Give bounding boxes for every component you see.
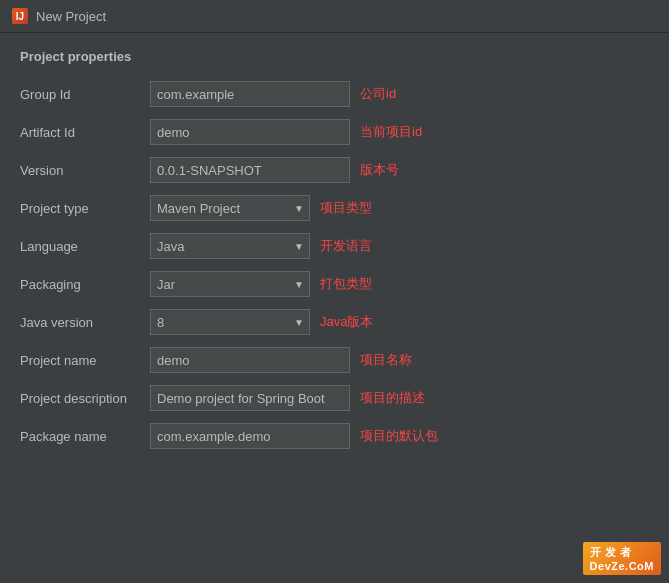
input-project-name[interactable]	[150, 347, 350, 373]
label-project-description: Project description	[20, 391, 150, 406]
label-project-type: Project type	[20, 201, 150, 216]
form-row-version: Version版本号	[20, 156, 649, 184]
select-packaging[interactable]: JarWar	[150, 271, 310, 297]
form-row-project-name: Project name项目名称	[20, 346, 649, 374]
form-row-project-type: Project typeMaven ProjectGradle Project▼…	[20, 194, 649, 222]
annotation-artifact-id: 当前项目id	[360, 123, 422, 141]
select-wrapper-java-version: 81117▼	[150, 309, 310, 335]
window-title: New Project	[36, 9, 106, 24]
label-language: Language	[20, 239, 150, 254]
label-package-name: Package name	[20, 429, 150, 444]
annotation-project-name: 项目名称	[360, 351, 412, 369]
label-version: Version	[20, 163, 150, 178]
form-row-packaging: PackagingJarWar▼打包类型	[20, 270, 649, 298]
annotation-version: 版本号	[360, 161, 399, 179]
select-language[interactable]: JavaKotlinGroovy	[150, 233, 310, 259]
input-version[interactable]	[150, 157, 350, 183]
select-wrapper-project-type: Maven ProjectGradle Project▼	[150, 195, 310, 221]
content-area: Project properties Group Id公司idArtifact …	[0, 33, 669, 476]
form-row-language: LanguageJavaKotlinGroovy▼开发语言	[20, 232, 649, 260]
select-project-type[interactable]: Maven ProjectGradle Project	[150, 195, 310, 221]
watermark-badge: 开 发 者 DevZe.CoM	[583, 542, 661, 575]
form-row-artifact-id: Artifact Id当前项目id	[20, 118, 649, 146]
app-icon: IJ	[12, 8, 28, 24]
annotation-packaging: 打包类型	[320, 275, 372, 293]
form-row-java-version: Java version81117▼Java版本	[20, 308, 649, 336]
input-project-description[interactable]	[150, 385, 350, 411]
annotation-package-name: 项目的默认包	[360, 427, 438, 445]
annotation-language: 开发语言	[320, 237, 372, 255]
label-packaging: Packaging	[20, 277, 150, 292]
input-group-id[interactable]	[150, 81, 350, 107]
annotation-java-version: Java版本	[320, 313, 373, 331]
select-wrapper-language: JavaKotlinGroovy▼	[150, 233, 310, 259]
form-row-group-id: Group Id公司id	[20, 80, 649, 108]
project-properties-form: Group Id公司idArtifact Id当前项目idVersion版本号P…	[20, 80, 649, 450]
label-artifact-id: Artifact Id	[20, 125, 150, 140]
title-bar: IJ New Project	[0, 0, 669, 33]
label-project-name: Project name	[20, 353, 150, 368]
label-java-version: Java version	[20, 315, 150, 330]
form-row-project-description: Project description项目的描述	[20, 384, 649, 412]
annotation-group-id: 公司id	[360, 85, 396, 103]
section-title: Project properties	[20, 49, 649, 64]
input-package-name[interactable]	[150, 423, 350, 449]
select-java-version[interactable]: 81117	[150, 309, 310, 335]
label-group-id: Group Id	[20, 87, 150, 102]
input-artifact-id[interactable]	[150, 119, 350, 145]
annotation-project-description: 项目的描述	[360, 389, 425, 407]
form-row-package-name: Package name项目的默认包	[20, 422, 649, 450]
select-wrapper-packaging: JarWar▼	[150, 271, 310, 297]
annotation-project-type: 项目类型	[320, 199, 372, 217]
